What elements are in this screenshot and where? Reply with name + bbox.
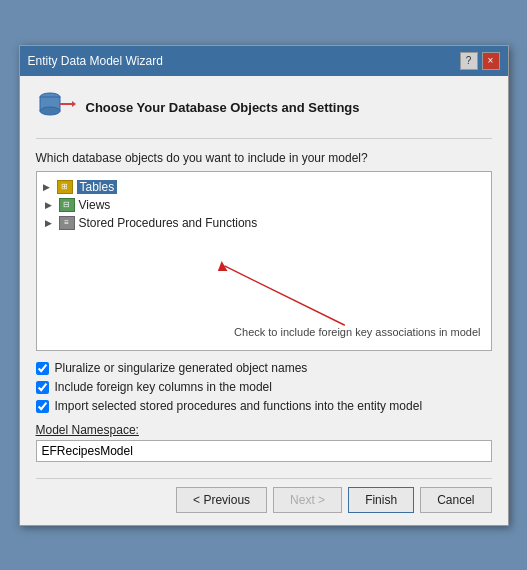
wizard-window: Entity Data Model Wizard ? × Choose Your… — [19, 45, 509, 526]
import-stored-checkbox[interactable] — [36, 400, 49, 413]
tables-icon: ⊞ — [57, 180, 73, 194]
import-stored-label: Import selected stored procedures and fu… — [55, 399, 423, 413]
wizard-content: Choose Your Database Objects and Setting… — [20, 76, 508, 525]
tree-item-views[interactable]: ▶ ⊟ Views — [43, 196, 485, 214]
namespace-section: Model Namespace: — [36, 423, 492, 462]
title-controls: ? × — [460, 52, 500, 70]
sp-icon: ≡ — [59, 216, 75, 230]
fk-annotation-text: Check to include foreign key association… — [232, 326, 482, 338]
checkbox-row-foreign-key: Include foreign key columns in the model — [36, 380, 492, 394]
tree-item-tables[interactable]: ▶ ⊞ Tables — [43, 178, 485, 196]
options-checkboxes: Pluralize or singularize generated objec… — [36, 361, 492, 413]
foreign-key-checkbox[interactable] — [36, 381, 49, 394]
database-objects-tree[interactable]: ▶ ⊞ Tables ▶ ⊟ Views ▶ ≡ Stored Procedur… — [36, 171, 492, 351]
pluralize-label: Pluralize or singularize generated objec… — [55, 361, 308, 375]
cancel-button[interactable]: Cancel — [420, 487, 491, 513]
button-row: < Previous Next > Finish Cancel — [36, 478, 492, 513]
svg-line-5 — [224, 265, 344, 324]
svg-marker-4 — [72, 101, 76, 107]
next-button[interactable]: Next > — [273, 487, 342, 513]
finish-button[interactable]: Finish — [348, 487, 414, 513]
foreign-key-label: Include foreign key columns in the model — [55, 380, 272, 394]
title-bar: Entity Data Model Wizard ? × — [20, 46, 508, 76]
window-title: Entity Data Model Wizard — [28, 54, 163, 68]
sp-label: Stored Procedures and Functions — [79, 216, 258, 230]
tree-section-label: Which database objects do you want to in… — [36, 151, 492, 165]
namespace-label: Model Namespace: — [36, 423, 139, 437]
sp-arrow: ▶ — [45, 218, 55, 228]
pluralize-checkbox[interactable] — [36, 362, 49, 375]
close-button[interactable]: × — [482, 52, 500, 70]
tables-arrow: ▶ — [43, 182, 53, 192]
namespace-input[interactable] — [36, 440, 492, 462]
svg-marker-6 — [217, 261, 227, 271]
checkbox-row-pluralize: Pluralize or singularize generated objec… — [36, 361, 492, 375]
views-arrow: ▶ — [45, 200, 55, 210]
checkbox-row-import-stored: Import selected stored procedures and fu… — [36, 399, 492, 413]
wizard-icon — [36, 88, 76, 128]
help-button[interactable]: ? — [460, 52, 478, 70]
previous-button[interactable]: < Previous — [176, 487, 267, 513]
header-title: Choose Your Database Objects and Setting… — [86, 100, 360, 115]
tables-label: Tables — [77, 180, 118, 194]
header-section: Choose Your Database Objects and Setting… — [36, 88, 492, 139]
views-label: Views — [79, 198, 111, 212]
views-icon: ⊟ — [59, 198, 75, 212]
tree-item-stored-procedures[interactable]: ▶ ≡ Stored Procedures and Functions — [43, 214, 485, 232]
svg-point-2 — [40, 107, 60, 115]
